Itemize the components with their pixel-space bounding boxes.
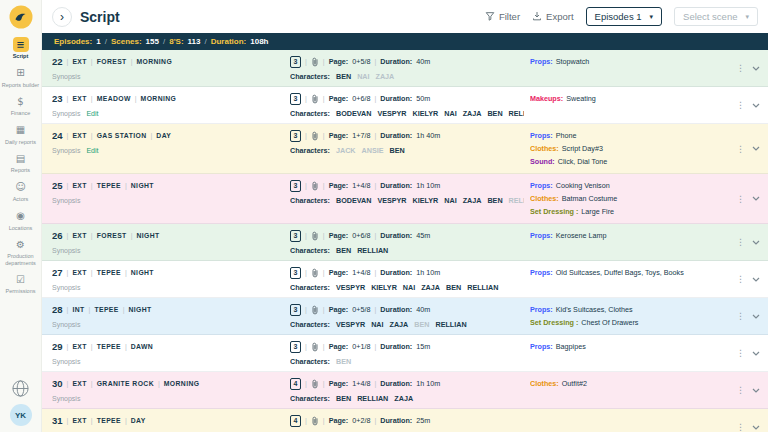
expand-row-icon[interactable] (752, 240, 760, 245)
attachment-icon[interactable] (311, 379, 319, 389)
synopsis-link[interactable]: Synopsis (52, 395, 80, 402)
characters-line: Characters:VESPYRKIELYRNAIZAJABENRELLIAN (290, 283, 524, 292)
export-button[interactable]: Export (532, 11, 573, 23)
sidebar-item-production-departments[interactable]: ⚙Production departments (0, 234, 42, 269)
synopsis-link[interactable]: Synopsis (52, 147, 80, 154)
attachment-icon[interactable] (311, 268, 319, 278)
sidebar-item-permissions[interactable]: ☑Permissions (0, 269, 42, 298)
row-menu-icon[interactable]: ⋮ (736, 274, 745, 284)
attachment-icon[interactable] (311, 181, 319, 191)
sidebar-item-reports[interactable]: ▤Reports (0, 148, 42, 177)
character-name: ZAJA (394, 394, 413, 403)
scene-number: 29 (52, 341, 63, 352)
expand-row-icon[interactable] (752, 146, 760, 151)
scene-meta: 3||Page:1+4/8|Duration:1h 10mCharacters:… (290, 179, 530, 218)
tag-separator: | (67, 232, 69, 239)
meta-line: 3||Page:0+6/8|Duration:50m (290, 92, 524, 105)
character-name: RELLIAN (509, 109, 524, 118)
characters-line: Characters:BEN (290, 357, 524, 366)
page-label: Page: (329, 181, 349, 190)
filter-button[interactable]: Filter (485, 11, 520, 23)
meta-separator: | (305, 95, 307, 102)
scene-tag: TEPEE (97, 343, 121, 350)
edit-link[interactable]: Edit (86, 110, 98, 117)
scene-row: 23|EXT|MEADOW|MORNINGSynopsisEdit3||Page… (42, 87, 768, 124)
expand-row-icon[interactable] (752, 388, 760, 393)
row-menu-icon[interactable]: ⋮ (736, 311, 745, 321)
locations-icon: ◉ (13, 209, 29, 224)
synopsis-link[interactable]: Synopsis (52, 73, 80, 80)
meta-separator: | (374, 380, 376, 387)
edit-link[interactable]: Edit (86, 147, 98, 154)
expand-row-icon[interactable] (752, 277, 760, 282)
attachment-icon[interactable] (311, 131, 319, 141)
duration-label: Duration: (380, 181, 412, 190)
row-menu-icon[interactable]: ⋮ (736, 422, 745, 432)
character-name: VESPYR (377, 109, 406, 118)
row-menu-icon[interactable]: ⋮ (736, 237, 745, 247)
sidebar-item-finance[interactable]: $Finance (0, 91, 42, 120)
sidebar-item-locations[interactable]: ◉Locations (0, 206, 42, 235)
row-menu-icon[interactable]: ⋮ (736, 144, 745, 154)
synopsis-link[interactable]: Synopsis (52, 284, 80, 291)
row-menu-icon[interactable]: ⋮ (736, 194, 745, 204)
duration-label: Duration: (380, 131, 412, 140)
attachment-icon[interactable] (311, 57, 319, 67)
summary-separator: / (105, 37, 107, 46)
script-day-badge: 4 (290, 378, 301, 390)
duration-value: 1h 10m (416, 268, 440, 277)
actors-icon: ☺ (13, 180, 29, 195)
scene-row: 30|EXT|GRANITE ROCK|MORNINGSynopsis4||Pa… (42, 372, 768, 409)
production-departments-icon: ⚙ (13, 237, 29, 252)
language-globe-icon[interactable] (11, 379, 30, 398)
synopsis-link[interactable]: Synopsis (52, 321, 80, 328)
summary-label: Scenes: (111, 37, 142, 46)
scene-meta: 3||Page:1+7/8|Duration:1h 40mCharacters:… (290, 129, 530, 168)
row-menu-icon[interactable]: ⋮ (736, 385, 745, 395)
expand-row-icon[interactable] (752, 314, 760, 319)
scene-number: 31 (52, 415, 63, 426)
attribute-line: Props:Kid's Suitcases, Clothes (530, 303, 730, 316)
duration-label: Duration: (380, 94, 412, 103)
attachment-icon[interactable] (311, 342, 319, 352)
attachment-icon[interactable] (311, 94, 319, 104)
expand-row-icon[interactable] (752, 66, 760, 71)
attribute-value: Click, Dial Tone (558, 155, 607, 168)
tag-separator: | (91, 95, 93, 102)
scene-number: 27 (52, 267, 63, 278)
scene-number: 26 (52, 230, 63, 241)
page-value: 1+4/8 (352, 379, 370, 388)
meta-separator: | (323, 380, 325, 387)
tag-separator: | (67, 306, 69, 313)
scene-info: 29|EXT|TEPEE|DAWNSynopsis (52, 340, 290, 366)
row-menu-icon[interactable]: ⋮ (736, 63, 745, 73)
expand-row-icon[interactable] (752, 351, 760, 356)
row-menu-icon[interactable]: ⋮ (736, 348, 745, 358)
expand-row-icon[interactable] (752, 103, 760, 108)
select-scene-dropdown[interactable]: Select scene ▾ (674, 7, 758, 26)
expand-row-icon[interactable] (752, 425, 760, 430)
expand-panel-button[interactable]: › (52, 7, 72, 27)
script-day-badge: 3 (290, 267, 301, 279)
attachment-icon[interactable] (311, 231, 319, 241)
row-menu-icon[interactable]: ⋮ (736, 100, 745, 110)
episodes-dropdown[interactable]: Episodes 1 ▾ (586, 7, 663, 26)
synopsis-link[interactable]: Synopsis (52, 358, 80, 365)
duration-value: 1h 10m (416, 379, 440, 388)
sidebar-item-script[interactable]: ≡Script (0, 34, 42, 63)
character-name: RELLIAN (467, 283, 498, 292)
sidebar-item-label: Reports builder (2, 82, 39, 89)
synopsis-link[interactable]: Synopsis (52, 197, 80, 204)
synopsis-link[interactable]: Synopsis (52, 110, 80, 117)
synopsis-link[interactable]: Synopsis (52, 247, 80, 254)
user-avatar[interactable]: YK (10, 404, 32, 426)
app-logo[interactable] (9, 5, 33, 29)
expand-row-icon[interactable] (752, 196, 760, 201)
attachment-icon[interactable] (311, 416, 319, 426)
sidebar-item-daily-reports[interactable]: ▦Daily reports (0, 120, 42, 149)
scene-info: 28|INT|TEPEE|NIGHTSynopsis (52, 303, 290, 329)
sidebar-item-actors[interactable]: ☺Actors (0, 177, 42, 206)
sidebar-item-reports-builder[interactable]: ⊞Reports builder (0, 63, 42, 92)
clothes-label: Clothes: (530, 192, 559, 205)
attachment-icon[interactable] (311, 305, 319, 315)
